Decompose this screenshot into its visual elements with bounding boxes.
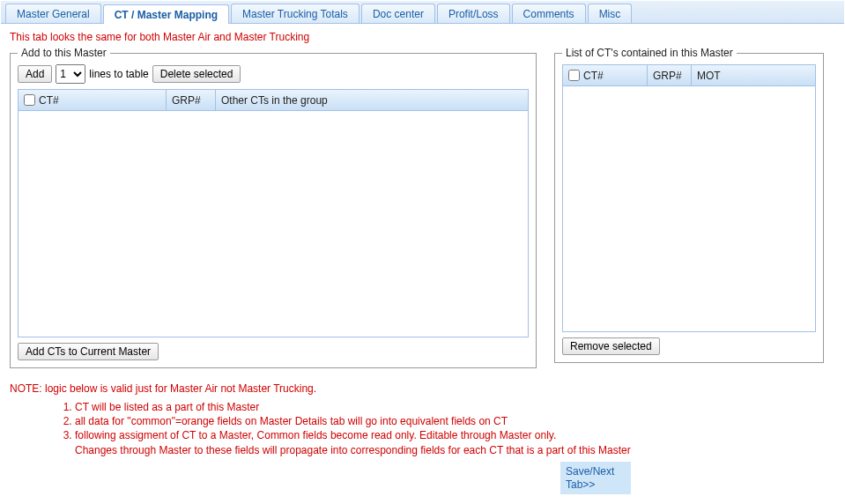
add-grid-header: CT# GRP# Other CTs in the group [19, 90, 528, 111]
list-grid-header: CT# GRP# MOT [563, 65, 815, 86]
add-button[interactable]: Add [18, 65, 52, 83]
list-grid-col-grp-label: GRP# [653, 70, 682, 82]
bottom-note-list: CT will be listed as a part of this Mast… [10, 400, 835, 443]
list-cts-group: List of CT's contained in this Master CT… [554, 47, 824, 363]
add-grid-col-grp-label: GRP# [172, 94, 201, 107]
add-grid: CT# GRP# Other CTs in the group [18, 89, 529, 337]
lines-select[interactable]: 1 [56, 64, 85, 84]
add-cts-to-master-button[interactable]: Add CTs to Current Master [18, 343, 159, 360]
list-grid-col-mot-label: MOT [697, 70, 721, 82]
bottom-note-heading: NOTE: logic below is valid just for Mast… [10, 382, 835, 395]
tab-misc[interactable]: Misc [588, 4, 633, 23]
list-grid-select-all-checkbox[interactable] [568, 70, 580, 81]
add-to-master-legend: Add to this Master [18, 47, 110, 59]
add-grid-col-other-label: Other CTs in the group [221, 94, 328, 107]
tab-comments[interactable]: Comments [512, 4, 586, 23]
add-toolbar: Add 1 lines to table Delete selected [18, 64, 529, 84]
list-grid: CT# GRP# MOT [562, 64, 816, 332]
bottom-note-item-1: CT will be listed as a part of this Mast… [75, 400, 835, 414]
add-grid-col-ct[interactable]: CT# [19, 90, 167, 110]
list-grid-col-ct[interactable]: CT# [563, 65, 648, 85]
add-grid-body [19, 111, 528, 337]
bottom-note-item-2: all data for "common"=orange fields on M… [75, 414, 835, 428]
tab-panel: This tab looks the same for both Master … [1, 24, 844, 503]
add-grid-col-ct-label: CT# [39, 94, 59, 107]
bottom-note-item-3: following assigment of CT to a Master, C… [75, 428, 835, 442]
tabstrip: Master General CT / Master Mapping Maste… [1, 1, 844, 24]
tab-profit-loss[interactable]: Profit/Loss [437, 4, 510, 23]
save-next-tab-button[interactable]: Save/Next Tab>> [560, 462, 631, 494]
list-grid-col-mot[interactable]: MOT [692, 65, 815, 85]
tab-doc-center[interactable]: Doc center [361, 4, 435, 23]
list-grid-body [563, 86, 815, 331]
list-grid-col-grp[interactable]: GRP# [648, 65, 692, 85]
tab-ct-master-mapping[interactable]: CT / Master Mapping [103, 4, 229, 24]
tab-master-trucking-totals[interactable]: Master Trucking Totals [231, 4, 359, 23]
tab-master-general[interactable]: Master General [5, 4, 101, 23]
add-grid-col-other[interactable]: Other CTs in the group [216, 90, 528, 110]
list-grid-col-ct-label: CT# [583, 70, 604, 82]
bottom-note: NOTE: logic below is valid just for Mast… [10, 382, 835, 457]
lines-label: lines to table [89, 68, 148, 80]
remove-selected-button[interactable]: Remove selected [562, 337, 660, 355]
add-grid-select-all-checkbox[interactable] [24, 94, 35, 106]
delete-selected-button[interactable]: Delete selected [152, 65, 241, 83]
bottom-note-extra: Changes through Master to these fields w… [10, 443, 835, 457]
list-cts-legend: List of CT's contained in this Master [562, 47, 737, 59]
add-grid-col-grp[interactable]: GRP# [167, 90, 216, 110]
add-to-master-group: Add to this Master Add 1 lines to table … [10, 47, 537, 368]
top-note: This tab looks the same for both Master … [10, 31, 835, 43]
